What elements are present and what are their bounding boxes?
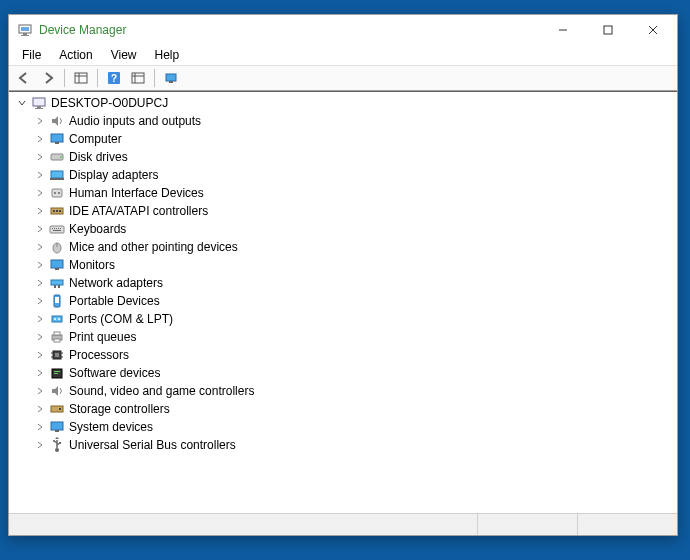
tree-node-print-queues[interactable]: Print queues [9, 328, 677, 346]
help-button[interactable]: ? [103, 67, 125, 89]
storage-icon [49, 401, 65, 417]
tree-node-storage-controllers[interactable]: Storage controllers [9, 400, 677, 418]
forward-button[interactable] [37, 67, 59, 89]
expand-icon[interactable] [33, 312, 47, 326]
svg-rect-43 [51, 260, 63, 268]
tree-node-portable[interactable]: Portable Devices [9, 292, 677, 310]
expand-icon[interactable] [33, 258, 47, 272]
svg-rect-2 [23, 33, 27, 35]
tree-node-ports[interactable]: Ports (COM & LPT) [9, 310, 677, 328]
minimize-button[interactable] [540, 16, 585, 44]
system-icon [49, 419, 65, 435]
expand-icon[interactable] [33, 114, 47, 128]
collapse-icon[interactable] [15, 96, 29, 110]
svg-rect-34 [50, 226, 64, 233]
tree-node-network[interactable]: Network adapters [9, 274, 677, 292]
expand-icon[interactable] [33, 150, 47, 164]
app-icon [17, 22, 33, 38]
tree-root[interactable]: DESKTOP-O0DUPCJ [9, 94, 677, 112]
properties-button[interactable] [127, 67, 149, 89]
sound-icon [49, 383, 65, 399]
node-label: Sound, video and game controllers [69, 384, 254, 398]
svg-rect-45 [51, 280, 63, 285]
expand-icon[interactable] [33, 438, 47, 452]
window-title: Device Manager [39, 23, 540, 37]
ide-icon [49, 203, 65, 219]
svg-rect-31 [53, 210, 55, 212]
expand-icon[interactable] [33, 204, 47, 218]
tree-node-computer[interactable]: Computer [9, 130, 677, 148]
menubar: File Action View Help [9, 45, 677, 65]
tree-node-hid[interactable]: Human Interface Devices [9, 184, 677, 202]
display-adapter-icon [49, 167, 65, 183]
node-label: Audio inputs and outputs [69, 114, 201, 128]
toolbar-separator [64, 69, 65, 87]
svg-rect-1 [21, 27, 29, 31]
device-manager-window: Device Manager File Action View Help [8, 14, 678, 536]
expand-icon[interactable] [33, 420, 47, 434]
node-label: Keyboards [69, 222, 126, 236]
node-label: Storage controllers [69, 402, 170, 416]
tree-node-mice[interactable]: Mice and other pointing devices [9, 238, 677, 256]
svg-rect-50 [52, 316, 62, 322]
back-button[interactable] [13, 67, 35, 89]
expand-icon[interactable] [33, 222, 47, 236]
network-icon [49, 275, 65, 291]
tree-node-disk-drives[interactable]: Disk drives [9, 148, 677, 166]
menu-action[interactable]: Action [50, 46, 101, 64]
svg-rect-68 [55, 430, 59, 432]
show-hide-tree-button[interactable] [70, 67, 92, 89]
tree-node-audio[interactable]: Audio inputs and outputs [9, 112, 677, 130]
svg-rect-19 [37, 106, 41, 108]
maximize-button[interactable] [585, 16, 630, 44]
svg-point-52 [58, 318, 60, 320]
node-label: Portable Devices [69, 294, 160, 308]
tree-node-sound-video[interactable]: Sound, video and game controllers [9, 382, 677, 400]
tree-node-processors[interactable]: Processors [9, 346, 677, 364]
svg-rect-49 [55, 297, 59, 303]
svg-rect-40 [53, 230, 61, 231]
tree-node-software-devices[interactable]: Software devices [9, 364, 677, 382]
node-label: Mice and other pointing devices [69, 240, 238, 254]
toolbar: ? [9, 65, 677, 91]
svg-point-51 [54, 318, 56, 320]
status-segment [9, 514, 477, 535]
tree-node-system-devices[interactable]: System devices [9, 418, 677, 436]
expand-icon[interactable] [33, 132, 47, 146]
node-label: Ports (COM & LPT) [69, 312, 173, 326]
svg-rect-38 [58, 228, 59, 229]
menu-help[interactable]: Help [146, 46, 189, 64]
svg-point-69 [55, 448, 59, 452]
menu-file[interactable]: File [13, 46, 50, 64]
node-label: Print queues [69, 330, 136, 344]
svg-rect-39 [60, 228, 61, 229]
close-button[interactable] [630, 16, 675, 44]
tree-node-usb[interactable]: Universal Serial Bus controllers [9, 436, 677, 454]
svg-rect-8 [75, 73, 87, 83]
expand-icon[interactable] [33, 276, 47, 290]
svg-rect-57 [55, 353, 59, 357]
toolbar-separator [154, 69, 155, 87]
expand-icon[interactable] [33, 402, 47, 416]
tree-node-keyboards[interactable]: Keyboards [9, 220, 677, 238]
monitor-icon [49, 131, 65, 147]
tree-node-display-adapters[interactable]: Display adapters [9, 166, 677, 184]
expand-icon[interactable] [33, 294, 47, 308]
port-icon [49, 311, 65, 327]
node-label: Network adapters [69, 276, 163, 290]
expand-icon[interactable] [33, 384, 47, 398]
svg-text:?: ? [111, 73, 117, 84]
expand-icon[interactable] [33, 168, 47, 182]
expand-icon[interactable] [33, 186, 47, 200]
scan-hardware-button[interactable] [160, 67, 182, 89]
expand-icon[interactable] [33, 348, 47, 362]
disk-icon [49, 149, 65, 165]
expand-icon[interactable] [33, 366, 47, 380]
menu-view[interactable]: View [102, 46, 146, 64]
svg-rect-54 [54, 332, 60, 335]
expand-icon[interactable] [33, 330, 47, 344]
device-tree[interactable]: DESKTOP-O0DUPCJ Audio inputs and outputs… [9, 91, 677, 513]
tree-node-monitors[interactable]: Monitors [9, 256, 677, 274]
tree-node-ide[interactable]: IDE ATA/ATAPI controllers [9, 202, 677, 220]
expand-icon[interactable] [33, 240, 47, 254]
